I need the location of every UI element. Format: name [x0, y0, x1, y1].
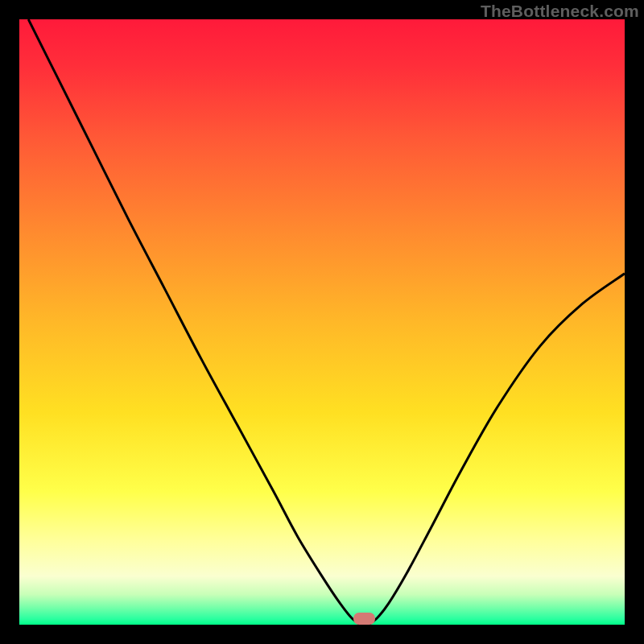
curve-layer	[19, 19, 625, 625]
minimum-marker	[353, 613, 374, 625]
watermark-text: TheBottleneck.com	[481, 2, 639, 21]
bottleneck-curve	[28, 19, 625, 625]
plot-area	[19, 19, 625, 625]
chart-frame: TheBottleneck.com	[0, 0, 644, 644]
